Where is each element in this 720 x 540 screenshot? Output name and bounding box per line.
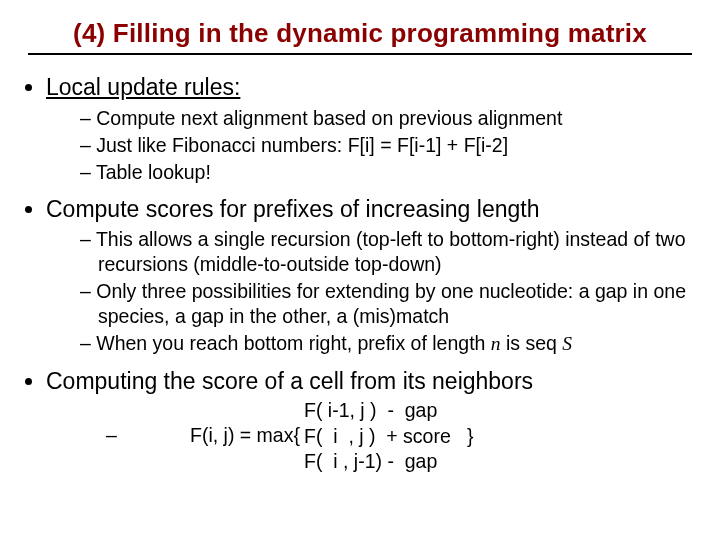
formula-dash: – [46,398,190,449]
bullet-1-sub-1: Compute next alignment based on previous… [80,106,692,131]
formula-block: – F(i, j) = max{ F( i-1, j ) - gap F( i … [46,398,692,475]
bullet-3: Computing the score of a cell from its n… [46,367,692,475]
bullet-1-label: Local update rules: [46,74,240,100]
bullet-2: Compute scores for prefixes of increasin… [46,195,692,358]
formula-lines: F( i-1, j ) - gap F( i , j ) + score } F… [300,398,474,475]
bullet-3-label: Computing the score of a cell from its n… [46,368,533,394]
bullet-2-sublist: This allows a single recursion (top-left… [46,227,692,357]
b2s3-S: S [562,333,572,354]
slide: (4) Filling in the dynamic programming m… [0,0,720,475]
b2s3-n: n [491,333,501,354]
formula-lhs: F(i, j) = max{ [190,398,300,449]
bullet-2-sub-2: Only three possibilities for extending b… [80,279,692,329]
bullet-1-sub-3: Table lookup! [80,160,692,185]
bullet-2-sub-3: When you reach bottom right, prefix of l… [80,331,692,357]
bullet-1-sublist: Compute next alignment based on previous… [46,106,692,185]
bullet-2-sub-1: This allows a single recursion (top-left… [80,227,692,277]
formula-line-2: F( i , j ) + score } [304,424,474,450]
bullet-1: Local update rules: Compute next alignme… [46,73,692,185]
bullet-2-label: Compute scores for prefixes of increasin… [46,196,539,222]
bullet-list: Local update rules: Compute next alignme… [28,73,692,475]
b2s3-pre: When you reach bottom right, prefix of l… [96,332,491,354]
title-rule [28,53,692,55]
slide-title: (4) Filling in the dynamic programming m… [28,18,692,49]
formula-line-3: F( i , j-1) - gap [304,449,474,475]
b2s3-mid: is seq [501,332,563,354]
bullet-1-sub-2: Just like Fibonacci numbers: F[i] = F[i-… [80,133,692,158]
formula-line-1: F( i-1, j ) - gap [304,398,474,424]
